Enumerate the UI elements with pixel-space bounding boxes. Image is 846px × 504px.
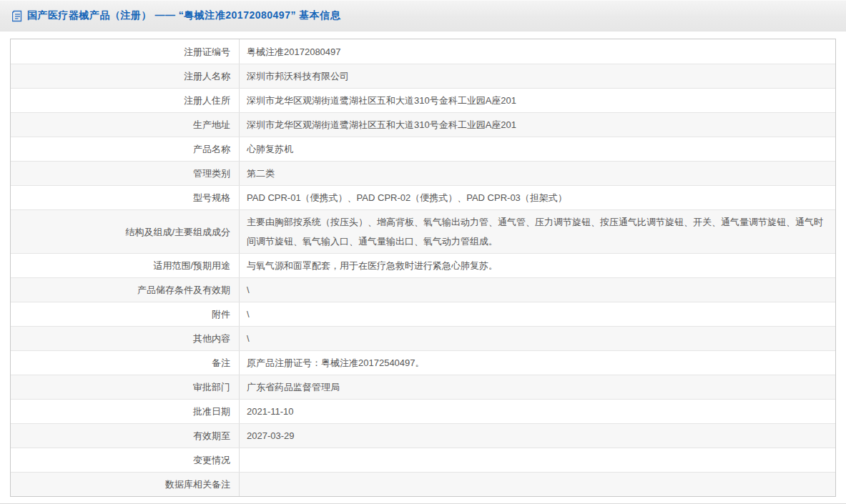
row-label: 产品储存条件及有效期 [11,278,240,302]
row-label: 注册人住所 [11,89,240,112]
row-value: 2027-03-29 [240,424,835,448]
table-row: 型号规格 PAD CPR-01（便携式）、PAD CPR-02（便携式）、PAD… [11,185,835,209]
row-value: 原产品注册证号：粤械注准20172540497。 [240,351,835,375]
row-value: 广东省药品监督管理局 [240,375,835,399]
table-row: 产品储存条件及有效期 \ [11,277,835,302]
row-label: 型号规格 [11,186,240,209]
page-title: 国产医疗器械产品（注册） —— “粤械注准20172080497” 基本信息 [27,9,340,22]
registration-info-table: 注册证编号 粤械注准20172080497 注册人名称 深圳市邦沃科技有限公司 … [10,39,836,497]
table-row: 注册人住所 深圳市龙华区观湖街道鹭湖社区五和大道310号金科工业园A座201 [11,88,835,112]
row-label: 结构及组成/主要组成成分 [11,210,240,253]
row-value: \ [240,302,835,326]
row-label: 注册证编号 [11,39,240,64]
page-header: 国产医疗器械产品（注册） —— “粤械注准20172080497” 基本信息 [0,0,846,31]
row-value: 深圳市龙华区观湖街道鹭湖社区五和大道310号金科工业园A座201 [240,89,835,112]
table-row: 产品名称 心肺复苏机 [11,137,835,161]
row-value: 深圳市龙华区观湖街道鹭湖社区五和大道310号金科工业园A座201 [240,113,835,137]
row-label: 有效期至 [11,424,240,448]
row-label: 管理类别 [11,162,240,185]
table-row: 其他内容 \ [11,326,835,350]
table-row: 注册人名称 深圳市邦沃科技有限公司 [11,64,835,88]
table-row: 变更情况 [11,448,835,472]
row-value: \ [240,278,835,302]
row-value: 粤械注准20172080497 [240,39,835,64]
row-label: 变更情况 [11,448,240,472]
table-row: 注册证编号 粤械注准20172080497 [11,39,835,64]
document-icon [12,10,23,22]
row-label: 注册人名称 [11,64,240,88]
table-row: 结构及组成/主要组成成分 主要由胸部按系统（按压头）、增高背板、氧气输出动力管、… [11,209,835,253]
table-row: 数据库相关备注 [11,472,835,496]
row-value: \ [240,327,835,350]
row-label: 备注 [11,351,240,375]
row-value: PAD CPR-01（便携式）、PAD CPR-02（便携式）、PAD CPR-… [240,186,835,209]
row-value: 与氧气源和面罩配套，用于在医疗急救时进行紧急心肺复苏。 [240,254,835,277]
table-row: 有效期至 2027-03-29 [11,423,835,448]
table-row: 生产地址 深圳市龙华区观湖街道鹭湖社区五和大道310号金科工业园A座201 [11,112,835,137]
row-value: 心肺复苏机 [240,137,835,161]
row-value: 第二类 [240,162,835,185]
row-value: 主要由胸部按系统（按压头）、增高背板、氧气输出动力管、通气管、压力调节旋钮、按压… [240,210,835,253]
row-label: 生产地址 [11,113,240,137]
row-label: 适用范围/预期用途 [11,254,240,277]
row-label: 产品名称 [11,137,240,161]
row-label: 附件 [11,302,240,326]
table-row: 适用范围/预期用途 与氧气源和面罩配套，用于在医疗急救时进行紧急心肺复苏。 [11,253,835,277]
table-row: 备注 原产品注册证号：粤械注准20172540497。 [11,350,835,375]
table-row: 附件 \ [11,302,835,326]
row-label: 批准日期 [11,400,240,423]
table-row: 管理类别 第二类 [11,161,835,185]
row-value [240,448,835,472]
table-row: 批准日期 2021-11-10 [11,399,835,423]
row-label: 其他内容 [11,327,240,350]
row-value: 深圳市邦沃科技有限公司 [240,64,835,88]
table-row: 审批部门 广东省药品监督管理局 [11,375,835,399]
row-label: 数据库相关备注 [11,473,240,496]
row-label: 审批部门 [11,375,240,399]
row-value: 2021-11-10 [240,400,835,423]
row-value [240,473,835,496]
